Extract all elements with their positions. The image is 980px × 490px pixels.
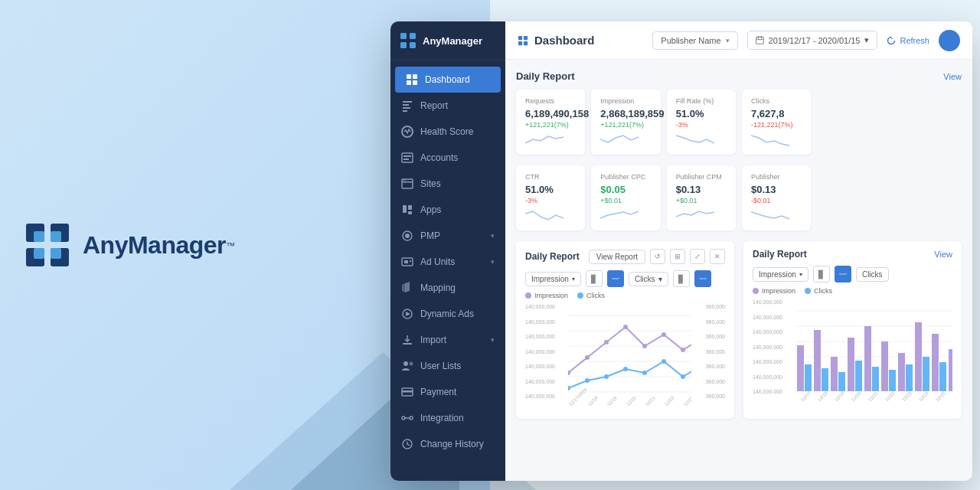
svg-text:12/18: 12/18 <box>587 395 599 407</box>
sidebar-nav: Dashboard Report Health Score <box>390 60 505 481</box>
sidebar: AnyManager Dashboard <box>390 21 505 481</box>
sidebar-item-apps[interactable]: Apps <box>390 197 505 223</box>
svg-text:12/19: 12/19 <box>606 395 618 407</box>
chart-line-type-btn[interactable]: 〰 <box>835 266 851 283</box>
metric-publisher-value: $0.13 <box>751 184 802 195</box>
chart-bar-btn[interactable]: ▊ <box>586 270 603 287</box>
chart-expand-btn[interactable]: ⊞ <box>670 249 685 264</box>
svg-rect-47 <box>518 41 522 44</box>
date-range-filter[interactable]: 2019/12/17 - 2020/01/15 ▾ <box>747 31 878 50</box>
dynamic-ads-icon <box>401 308 413 320</box>
svg-rect-21 <box>402 153 413 162</box>
sidebar-item-dashboard[interactable]: Dashboard <box>395 67 501 93</box>
sidebar-item-import[interactable]: Import ▾ <box>390 327 505 353</box>
metric-publisher-change: -$0.01 <box>751 197 802 204</box>
legend-clicks-dot <box>577 292 583 299</box>
publisher-filter[interactable]: Publisher Name ▾ <box>652 31 737 50</box>
import-icon <box>401 334 413 346</box>
dashboard-topbar-icon <box>518 35 528 46</box>
sidebar-item-pmp[interactable]: PMP ▾ <box>390 223 505 249</box>
svg-point-72 <box>585 378 590 383</box>
view-report-button[interactable]: View Report <box>589 250 645 264</box>
sidebar-item-accounts[interactable]: Accounts <box>390 145 505 171</box>
svg-rect-7 <box>51 248 61 259</box>
svg-point-73 <box>604 374 609 379</box>
svg-text:12/24: 12/24 <box>918 390 929 402</box>
calendar-icon <box>756 36 764 44</box>
chart-bar-area: 140,000,000 140,000,000 140,000,000 140,… <box>753 299 952 407</box>
metric-fill-rate-change: -3% <box>676 121 727 129</box>
impression-dropdown-2[interactable]: Impression ▾ <box>753 267 808 282</box>
refresh-button[interactable]: Refresh <box>887 36 929 45</box>
sidebar-item-mapping-label: Mapping <box>420 283 456 293</box>
svg-rect-105 <box>881 341 888 391</box>
svg-rect-16 <box>403 101 412 103</box>
sidebar-item-user-lists[interactable]: User Lists <box>390 353 505 379</box>
svg-point-38 <box>403 361 408 366</box>
y-axis-left: 140,000,000 140,000,000 140,000,000 140,… <box>525 304 568 411</box>
publisher-filter-label: Publisher Name <box>661 36 720 45</box>
user-avatar[interactable] <box>939 30 960 51</box>
impression-dropdown-arrow: ▾ <box>572 276 575 283</box>
sidebar-item-apps-label: Apps <box>420 204 441 215</box>
legend-impression-dot-2 <box>753 288 759 294</box>
svg-rect-10 <box>400 42 407 48</box>
chart-bar-view-link[interactable]: View <box>934 250 952 259</box>
svg-rect-52 <box>756 39 763 40</box>
metric-requests-value: 6,189,490,158 <box>525 108 576 119</box>
chart-close-btn[interactable]: ✕ <box>710 249 725 264</box>
svg-rect-51 <box>760 36 761 38</box>
chart-refresh-btn[interactable]: ↺ <box>650 249 665 264</box>
svg-rect-9 <box>410 33 416 39</box>
metric-fill-rate: Fill Rate (%) 51.0% -3% <box>667 90 736 155</box>
chart-line-btn[interactable]: 〰 <box>607 270 624 287</box>
metric-publisher: Publisher $0.13 -$0.01 <box>742 165 811 230</box>
svg-point-77 <box>681 374 685 379</box>
sidebar-item-change-history[interactable]: Change History <box>390 431 505 457</box>
sidebar-item-report[interactable]: Report <box>390 93 505 119</box>
impression-dropdown[interactable]: Impression ▾ <box>525 272 581 286</box>
metric-clicks-value: 7,627,8 <box>751 108 802 119</box>
accounts-icon <box>401 152 413 164</box>
svg-rect-49 <box>756 37 763 44</box>
main-content: Dashboard Publisher Name ▾ 2019/12/17 - … <box>505 21 972 481</box>
svg-text:12/20: 12/20 <box>851 390 862 402</box>
sidebar-item-mapping[interactable]: Mapping <box>390 275 505 301</box>
chart-line-title: Daily Report <box>525 251 580 262</box>
svg-rect-48 <box>524 41 528 44</box>
svg-rect-104 <box>864 326 871 391</box>
svg-rect-29 <box>408 205 412 210</box>
sidebar-brand: AnyManager <box>390 21 505 60</box>
sidebar-item-sites[interactable]: Sites <box>390 171 505 197</box>
svg-rect-116 <box>872 367 879 391</box>
metric-fill-rate-value: 51.0% <box>676 108 727 119</box>
sidebar-brand-text: AnyManager <box>423 35 482 47</box>
metric-publisher-cpc-change: +$0.01 <box>600 197 651 204</box>
clicks-dropdown[interactable]: Clicks ▾ <box>629 272 668 286</box>
chart-line-area: 140,000,000 140,000,000 140,000,000 140,… <box>525 304 725 411</box>
sidebar-item-payment[interactable]: Payment <box>390 379 505 405</box>
brand-name: AnyManager™ <box>83 231 235 260</box>
svg-rect-6 <box>34 248 44 259</box>
sidebar-item-health-score-label: Health Score <box>420 126 473 137</box>
svg-rect-108 <box>932 334 939 391</box>
chart-line-btn-2[interactable]: 〰 <box>694 270 711 287</box>
sidebar-item-ad-units[interactable]: Ad Units ▾ <box>390 249 505 275</box>
metric-publisher-cpc-sparkline <box>600 207 651 223</box>
sidebar-item-dynamic-ads[interactable]: Dynamic Ads <box>390 301 505 327</box>
sidebar-item-health-score[interactable]: Health Score <box>390 119 505 145</box>
metric-impression-label: Impression <box>600 97 651 105</box>
chart-bar: Daily Report View Impression ▾ ▊ 〰 <box>743 241 962 419</box>
daily-report-view-link[interactable]: View <box>943 72 962 81</box>
chart-bar-type-btn[interactable]: ▊ <box>813 266 830 283</box>
svg-point-63 <box>642 344 647 348</box>
chart-bar-btn-2[interactable]: ▊ <box>673 270 690 287</box>
sidebar-item-integration[interactable]: Integration <box>390 405 505 431</box>
svg-rect-34 <box>404 260 408 263</box>
chart-fullscreen-btn[interactable]: ⤢ <box>690 249 705 264</box>
metric-clicks-change: -121,221(7%) <box>751 121 802 129</box>
metric-publisher-cpm: Publisher CPM $0.13 +$0.01 <box>667 165 736 230</box>
svg-rect-113 <box>822 368 828 391</box>
svg-rect-101 <box>814 330 821 391</box>
svg-text:12/18: 12/18 <box>817 390 828 402</box>
